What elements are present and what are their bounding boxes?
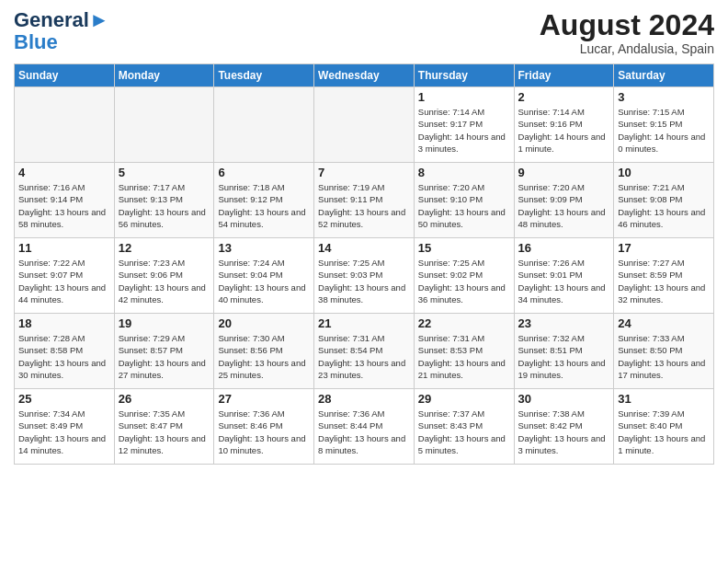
day-number: 5 bbox=[119, 166, 210, 179]
day-cell: 31 Sunrise: 7:39 AMSunset: 8:40 PMDaylig… bbox=[614, 389, 714, 465]
day-cell: 18 Sunrise: 7:28 AMSunset: 8:58 PMDaylig… bbox=[15, 314, 115, 389]
day-cell: 26 Sunrise: 7:35 AMSunset: 8:47 PMDaylig… bbox=[114, 389, 214, 465]
day-info: Sunrise: 7:29 AMSunset: 8:57 PMDaylight:… bbox=[119, 332, 210, 381]
day-info: Sunrise: 7:18 AMSunset: 9:12 PMDaylight:… bbox=[218, 181, 310, 230]
day-info: Sunrise: 7:23 AMSunset: 9:06 PMDaylight:… bbox=[119, 257, 210, 305]
day-number: 11 bbox=[18, 241, 110, 255]
day-cell bbox=[114, 87, 214, 163]
day-info: Sunrise: 7:25 AMSunset: 9:02 PMDaylight:… bbox=[418, 257, 510, 305]
day-cell: 14 Sunrise: 7:25 AMSunset: 9:03 PMDaylig… bbox=[314, 238, 415, 314]
day-number: 15 bbox=[418, 241, 510, 255]
day-info: Sunrise: 7:26 AMSunset: 9:01 PMDaylight:… bbox=[518, 257, 610, 305]
day-number: 17 bbox=[618, 241, 710, 255]
day-number: 14 bbox=[318, 241, 410, 255]
day-cell: 10 Sunrise: 7:21 AMSunset: 9:08 PMDaylig… bbox=[614, 163, 714, 238]
day-info: Sunrise: 7:33 AMSunset: 8:50 PMDaylight:… bbox=[618, 332, 710, 381]
day-number: 28 bbox=[318, 392, 410, 406]
day-info: Sunrise: 7:30 AMSunset: 8:56 PMDaylight:… bbox=[218, 332, 310, 381]
day-number: 26 bbox=[119, 392, 210, 406]
day-number: 10 bbox=[618, 166, 710, 179]
day-number: 23 bbox=[518, 316, 610, 330]
day-cell: 15 Sunrise: 7:25 AMSunset: 9:02 PMDaylig… bbox=[414, 238, 514, 314]
th-thursday: Thursday bbox=[414, 64, 514, 87]
header: General► Blue August 2024 Lucar, Andalus… bbox=[14, 9, 714, 56]
day-info: Sunrise: 7:24 AMSunset: 9:04 PMDaylight:… bbox=[218, 257, 310, 305]
day-cell: 1 Sunrise: 7:14 AMSunset: 9:17 PMDayligh… bbox=[414, 87, 514, 163]
day-number: 7 bbox=[318, 166, 410, 179]
day-cell: 25 Sunrise: 7:34 AMSunset: 8:49 PMDaylig… bbox=[15, 389, 115, 465]
day-number: 3 bbox=[618, 90, 710, 104]
day-info: Sunrise: 7:32 AMSunset: 8:51 PMDaylight:… bbox=[518, 332, 610, 381]
day-info: Sunrise: 7:34 AMSunset: 8:49 PMDaylight:… bbox=[18, 408, 110, 456]
week-row-5: 25 Sunrise: 7:34 AMSunset: 8:49 PMDaylig… bbox=[15, 389, 714, 465]
day-number: 16 bbox=[518, 241, 610, 255]
day-cell bbox=[214, 87, 314, 163]
day-cell: 21 Sunrise: 7:31 AMSunset: 8:54 PMDaylig… bbox=[314, 314, 415, 389]
day-info: Sunrise: 7:38 AMSunset: 8:42 PMDaylight:… bbox=[518, 408, 610, 456]
th-saturday: Saturday bbox=[614, 64, 714, 87]
day-number: 27 bbox=[218, 392, 310, 406]
week-row-4: 18 Sunrise: 7:28 AMSunset: 8:58 PMDaylig… bbox=[15, 314, 714, 389]
day-number: 4 bbox=[18, 166, 110, 179]
day-info: Sunrise: 7:25 AMSunset: 9:03 PMDaylight:… bbox=[318, 257, 410, 305]
day-info: Sunrise: 7:36 AMSunset: 8:44 PMDaylight:… bbox=[318, 408, 410, 456]
day-info: Sunrise: 7:17 AMSunset: 9:13 PMDaylight:… bbox=[119, 181, 210, 230]
month-year: August 2024 bbox=[540, 9, 714, 41]
day-cell bbox=[15, 87, 115, 163]
day-number: 2 bbox=[518, 90, 610, 104]
calendar-container: General► Blue August 2024 Lucar, Andalus… bbox=[0, 0, 728, 563]
day-cell: 7 Sunrise: 7:19 AMSunset: 9:11 PMDayligh… bbox=[314, 163, 415, 238]
day-cell: 20 Sunrise: 7:30 AMSunset: 8:56 PMDaylig… bbox=[214, 314, 314, 389]
location: Lucar, Andalusia, Spain bbox=[540, 41, 714, 56]
day-cell: 17 Sunrise: 7:27 AMSunset: 8:59 PMDaylig… bbox=[614, 238, 714, 314]
day-cell: 19 Sunrise: 7:29 AMSunset: 8:57 PMDaylig… bbox=[114, 314, 214, 389]
th-tuesday: Tuesday bbox=[214, 64, 314, 87]
th-wednesday: Wednesday bbox=[314, 64, 415, 87]
day-cell: 9 Sunrise: 7:20 AMSunset: 9:09 PMDayligh… bbox=[514, 163, 614, 238]
day-cell: 27 Sunrise: 7:36 AMSunset: 8:46 PMDaylig… bbox=[214, 389, 314, 465]
day-info: Sunrise: 7:16 AMSunset: 9:14 PMDaylight:… bbox=[18, 181, 110, 230]
day-number: 19 bbox=[119, 316, 210, 330]
day-number: 18 bbox=[18, 316, 110, 330]
day-number: 12 bbox=[119, 241, 210, 255]
day-info: Sunrise: 7:15 AMSunset: 9:15 PMDaylight:… bbox=[618, 106, 710, 155]
week-row-2: 4 Sunrise: 7:16 AMSunset: 9:14 PMDayligh… bbox=[15, 163, 714, 238]
day-cell: 11 Sunrise: 7:22 AMSunset: 9:07 PMDaylig… bbox=[15, 238, 115, 314]
day-number: 24 bbox=[618, 316, 710, 330]
day-cell: 16 Sunrise: 7:26 AMSunset: 9:01 PMDaylig… bbox=[514, 238, 614, 314]
day-info: Sunrise: 7:31 AMSunset: 8:53 PMDaylight:… bbox=[418, 332, 510, 381]
day-number: 6 bbox=[218, 166, 310, 179]
day-cell: 3 Sunrise: 7:15 AMSunset: 9:15 PMDayligh… bbox=[614, 87, 714, 163]
day-cell: 8 Sunrise: 7:20 AMSunset: 9:10 PMDayligh… bbox=[414, 163, 514, 238]
logo-blue: Blue bbox=[14, 31, 109, 53]
day-number: 31 bbox=[618, 392, 710, 406]
day-number: 21 bbox=[318, 316, 410, 330]
day-info: Sunrise: 7:19 AMSunset: 9:11 PMDaylight:… bbox=[318, 181, 410, 230]
day-info: Sunrise: 7:37 AMSunset: 8:43 PMDaylight:… bbox=[418, 408, 510, 456]
title-block: August 2024 Lucar, Andalusia, Spain bbox=[540, 9, 714, 56]
day-info: Sunrise: 7:21 AMSunset: 9:08 PMDaylight:… bbox=[618, 181, 710, 230]
day-cell: 22 Sunrise: 7:31 AMSunset: 8:53 PMDaylig… bbox=[414, 314, 514, 389]
day-number: 13 bbox=[218, 241, 310, 255]
day-cell: 12 Sunrise: 7:23 AMSunset: 9:06 PMDaylig… bbox=[114, 238, 214, 314]
day-cell: 23 Sunrise: 7:32 AMSunset: 8:51 PMDaylig… bbox=[514, 314, 614, 389]
day-info: Sunrise: 7:22 AMSunset: 9:07 PMDaylight:… bbox=[18, 257, 110, 305]
day-number: 8 bbox=[418, 166, 510, 179]
day-number: 25 bbox=[18, 392, 110, 406]
th-sunday: Sunday bbox=[15, 64, 115, 87]
day-info: Sunrise: 7:36 AMSunset: 8:46 PMDaylight:… bbox=[218, 408, 310, 456]
day-cell: 2 Sunrise: 7:14 AMSunset: 9:16 PMDayligh… bbox=[514, 87, 614, 163]
day-cell: 13 Sunrise: 7:24 AMSunset: 9:04 PMDaylig… bbox=[214, 238, 314, 314]
day-number: 22 bbox=[418, 316, 510, 330]
day-cell: 6 Sunrise: 7:18 AMSunset: 9:12 PMDayligh… bbox=[214, 163, 314, 238]
day-info: Sunrise: 7:27 AMSunset: 8:59 PMDaylight:… bbox=[618, 257, 710, 305]
day-info: Sunrise: 7:20 AMSunset: 9:09 PMDaylight:… bbox=[518, 181, 610, 230]
day-cell: 30 Sunrise: 7:38 AMSunset: 8:42 PMDaylig… bbox=[514, 389, 614, 465]
day-info: Sunrise: 7:14 AMSunset: 9:17 PMDaylight:… bbox=[418, 106, 510, 155]
day-cell: 29 Sunrise: 7:37 AMSunset: 8:43 PMDaylig… bbox=[414, 389, 514, 465]
day-number: 30 bbox=[518, 392, 610, 406]
week-row-3: 11 Sunrise: 7:22 AMSunset: 9:07 PMDaylig… bbox=[15, 238, 714, 314]
day-info: Sunrise: 7:39 AMSunset: 8:40 PMDaylight:… bbox=[618, 408, 710, 456]
day-cell: 4 Sunrise: 7:16 AMSunset: 9:14 PMDayligh… bbox=[15, 163, 115, 238]
calendar-table: Sunday Monday Tuesday Wednesday Thursday… bbox=[14, 63, 714, 465]
